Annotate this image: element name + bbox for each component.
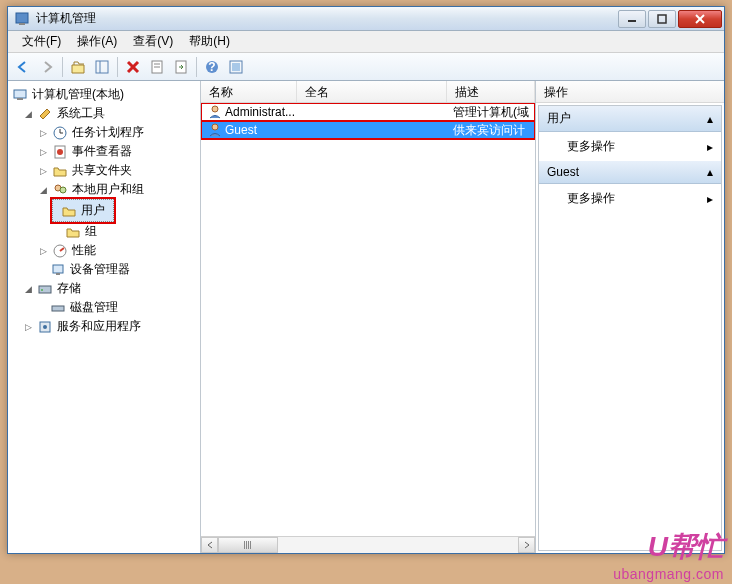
- svg-rect-3: [658, 15, 666, 23]
- close-button[interactable]: [678, 10, 722, 28]
- toolbar-separator: [62, 57, 63, 77]
- cell-description: 管理计算机(域: [447, 104, 535, 121]
- tree-label: 设备管理器: [70, 261, 130, 278]
- tree-label: 组: [85, 223, 97, 240]
- services-icon: [37, 319, 53, 335]
- titlebar[interactable]: 计算机管理: [8, 7, 724, 31]
- tree-services-apps[interactable]: ▷ 服务和应用程序: [10, 317, 198, 336]
- tree-label: 本地用户和组: [72, 181, 144, 198]
- svg-text:?: ?: [208, 60, 215, 74]
- toolbar-separator: [196, 57, 197, 77]
- scroll-right-button[interactable]: [518, 537, 535, 553]
- shared-folder-icon: [52, 163, 68, 179]
- tree-system-tools[interactable]: ◢ 系统工具: [10, 104, 198, 123]
- folder-icon: [65, 224, 81, 240]
- menu-help[interactable]: 帮助(H): [181, 31, 238, 52]
- actions-group-label: Guest: [547, 165, 579, 179]
- maximize-button[interactable]: [648, 10, 676, 28]
- window-title: 计算机管理: [36, 10, 618, 27]
- svg-rect-18: [14, 90, 26, 98]
- forward-button[interactable]: [36, 56, 58, 78]
- svg-rect-28: [53, 265, 63, 273]
- actions-group-users[interactable]: 用户 ▴: [539, 106, 721, 132]
- tree-local-users-groups[interactable]: ◢ 本地用户和组: [10, 180, 198, 199]
- cell-name: Guest: [225, 123, 257, 137]
- up-button[interactable]: [67, 56, 89, 78]
- app-icon: [14, 11, 30, 27]
- svg-rect-17: [232, 63, 240, 71]
- scroll-left-button[interactable]: [201, 537, 218, 553]
- back-button[interactable]: [12, 56, 34, 78]
- svg-point-34: [43, 325, 47, 329]
- menubar: 文件(F) 操作(A) 查看(V) 帮助(H): [8, 31, 724, 53]
- action-label: 更多操作: [567, 190, 615, 207]
- event-icon: [52, 144, 68, 160]
- tree-event-viewer[interactable]: ▷ 事件查看器: [10, 142, 198, 161]
- cell-name: Administrat...: [225, 105, 295, 119]
- svg-rect-29: [56, 273, 60, 275]
- svg-point-31: [41, 289, 43, 291]
- tree-users[interactable]: 用户: [52, 199, 114, 222]
- tree-storage[interactable]: ◢ 存储: [10, 279, 198, 298]
- users-groups-icon: [52, 182, 68, 198]
- column-fullname[interactable]: 全名: [297, 81, 447, 102]
- tree-label: 磁盘管理: [70, 299, 118, 316]
- list-row[interactable]: Administrat... 管理计算机(域: [201, 103, 535, 121]
- column-name[interactable]: 名称: [201, 81, 297, 102]
- action-label: 更多操作: [567, 138, 615, 155]
- export-button[interactable]: [170, 56, 192, 78]
- expander-closed-icon[interactable]: ▷: [37, 126, 50, 139]
- tree-performance[interactable]: ▷ 性能: [10, 241, 198, 260]
- tree-device-manager[interactable]: 设备管理器: [10, 260, 198, 279]
- expander-open-icon[interactable]: ◢: [37, 183, 50, 196]
- toolbar: ?: [8, 53, 724, 81]
- tree-root[interactable]: 计算机管理(本地): [10, 85, 198, 104]
- properties-button[interactable]: [146, 56, 168, 78]
- expander-closed-icon[interactable]: ▷: [37, 164, 50, 177]
- svg-rect-19: [17, 98, 23, 100]
- svg-point-24: [57, 149, 63, 155]
- action-more-users[interactable]: 更多操作 ▸: [539, 132, 721, 161]
- svg-rect-32: [52, 306, 64, 311]
- scroll-track[interactable]: [218, 537, 518, 553]
- tree-label: 系统工具: [57, 105, 105, 122]
- tree-panel[interactable]: 计算机管理(本地) ◢ 系统工具 ▷ 任务计划程序 ▷ 事件查看器 ▷ 共享文件…: [8, 81, 201, 553]
- expander-closed-icon[interactable]: ▷: [37, 145, 50, 158]
- expander-closed-icon[interactable]: ▷: [37, 244, 50, 257]
- menu-view[interactable]: 查看(V): [125, 31, 181, 52]
- svg-rect-6: [96, 61, 108, 73]
- chevron-right-icon: ▸: [707, 140, 713, 154]
- tree-label: 任务计划程序: [72, 124, 144, 141]
- actions-group-guest[interactable]: Guest ▴: [539, 161, 721, 184]
- list-body[interactable]: Administrat... 管理计算机(域 Guest 供来宾访问计: [201, 103, 535, 536]
- scroll-thumb[interactable]: [218, 537, 278, 553]
- svg-point-35: [212, 106, 218, 112]
- performance-icon: [52, 243, 68, 259]
- tree-groups[interactable]: 组: [10, 222, 198, 241]
- expander-open-icon[interactable]: ◢: [22, 282, 35, 295]
- help-button[interactable]: ?: [201, 56, 223, 78]
- folder-icon: [61, 203, 77, 219]
- user-icon: [207, 104, 223, 120]
- svg-rect-30: [39, 286, 51, 293]
- list-row[interactable]: Guest 供来宾访问计: [201, 121, 535, 139]
- action-more-guest[interactable]: 更多操作 ▸: [539, 184, 721, 213]
- expander-open-icon[interactable]: ◢: [22, 107, 35, 120]
- tree-task-scheduler[interactable]: ▷ 任务计划程序: [10, 123, 198, 142]
- refresh-button[interactable]: [225, 56, 247, 78]
- menu-file[interactable]: 文件(F): [14, 31, 69, 52]
- cell-description: 供来宾访问计: [447, 122, 535, 139]
- expander-closed-icon[interactable]: ▷: [22, 320, 35, 333]
- tree-disk-management[interactable]: 磁盘管理: [10, 298, 198, 317]
- collapse-up-icon: ▴: [707, 112, 713, 126]
- user-icon: [207, 122, 223, 138]
- svg-point-36: [212, 124, 218, 130]
- column-description[interactable]: 描述: [447, 81, 535, 102]
- toolbar-separator: [117, 57, 118, 77]
- delete-button[interactable]: [122, 56, 144, 78]
- menu-action[interactable]: 操作(A): [69, 31, 125, 52]
- horizontal-scrollbar[interactable]: [201, 536, 535, 553]
- show-hide-button[interactable]: [91, 56, 113, 78]
- minimize-button[interactable]: [618, 10, 646, 28]
- tree-shared-folders[interactable]: ▷ 共享文件夹: [10, 161, 198, 180]
